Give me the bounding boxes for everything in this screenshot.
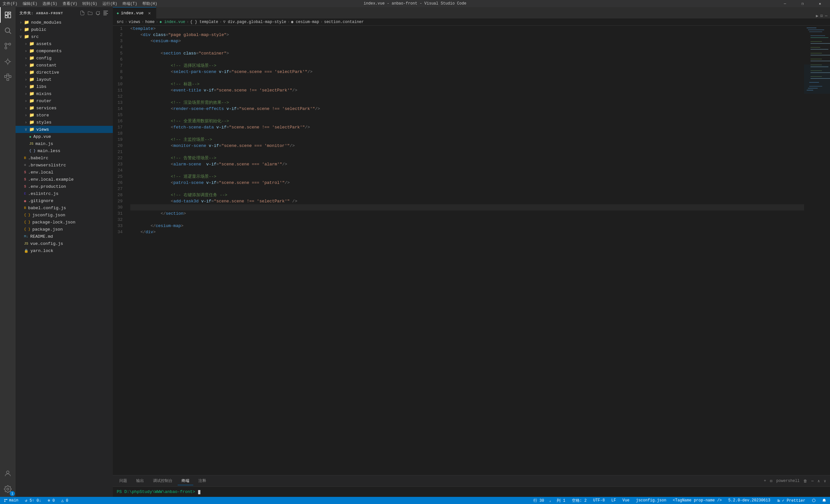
terminal-actions[interactable]: + ⊡ powershell 🗑 ⋯ ∧ ∨ bbox=[763, 479, 827, 483]
minimize-button[interactable]: — bbox=[777, 0, 792, 7]
status-notifications[interactable] bbox=[821, 499, 827, 502]
terminal-tab-debug[interactable]: 调试控制台 bbox=[149, 477, 177, 485]
tree-item-.env.production[interactable]: $.env.production bbox=[15, 183, 113, 190]
tree-item-.gitignore[interactable]: ◉.gitignore bbox=[15, 197, 113, 204]
tree-item-README.md[interactable]: M↓README.md bbox=[15, 233, 113, 240]
tree-item-layout[interactable]: ›📁layout bbox=[15, 76, 113, 83]
terminal-down-button[interactable]: ∨ bbox=[823, 479, 827, 483]
status-row[interactable]: 行 30 bbox=[532, 498, 546, 503]
tree-item-services[interactable]: ›📁services bbox=[15, 104, 113, 112]
tree-item-directive[interactable]: ›📁directive bbox=[15, 69, 113, 76]
tree-item-.env.local[interactable]: $.env.local bbox=[15, 169, 113, 176]
terminal-more-button[interactable]: ⋯ bbox=[810, 479, 815, 483]
more-actions-button[interactable]: ⋯ bbox=[825, 13, 827, 19]
status-spaces[interactable]: 空格: 2 bbox=[571, 498, 588, 503]
maximize-button[interactable]: ❐ bbox=[795, 0, 810, 7]
tree-item-.browserslistrc[interactable]: ≡.browserslistrc bbox=[15, 161, 113, 169]
status-eol[interactable]: LF bbox=[610, 498, 617, 503]
menu-file[interactable]: 文件(F) bbox=[3, 1, 18, 6]
breadcrumb-div[interactable]: ▽ div.page.global-map-style bbox=[223, 20, 286, 24]
split-terminal-button[interactable]: ⊡ bbox=[769, 479, 774, 483]
tree-item-.env.local.example[interactable]: $.env.local.example bbox=[15, 176, 113, 183]
tab-index-vue[interactable]: ◆ index.vue ✕ bbox=[113, 7, 156, 19]
tree-item-node_modules[interactable]: ›📁node_modules bbox=[15, 19, 113, 26]
tree-item-.eslintrc.js[interactable]: E.eslintrc.js bbox=[15, 190, 113, 197]
close-button[interactable]: ✕ bbox=[812, 0, 827, 7]
new-folder-button[interactable] bbox=[87, 10, 93, 16]
activity-source-control[interactable] bbox=[0, 38, 15, 54]
kill-terminal-button[interactable]: 🗑 bbox=[802, 479, 808, 483]
breadcrumb-home[interactable]: home bbox=[145, 20, 155, 24]
menu-run[interactable]: 运行(R) bbox=[102, 1, 117, 6]
tree-item-babel.config.js[interactable]: Bbabel.config.js bbox=[15, 204, 113, 212]
new-terminal-button[interactable]: + bbox=[763, 479, 767, 483]
tree-item-router[interactable]: ›📁router bbox=[15, 97, 113, 104]
collapse-all-button[interactable] bbox=[102, 10, 109, 16]
breadcrumb-cesium[interactable]: ◉ cesium-map bbox=[291, 20, 319, 24]
menu-help[interactable]: 帮助(H) bbox=[142, 1, 157, 6]
tree-item-.babelrc[interactable]: B.babelrc bbox=[15, 154, 113, 161]
code-editor[interactable]: 1234567891011121314151617181920212223242… bbox=[113, 26, 804, 475]
status-prettier[interactable]: ✓ Prettier bbox=[775, 498, 807, 503]
breadcrumb-section[interactable]: section.container bbox=[324, 20, 363, 24]
tree-item-constant[interactable]: ›📁constant bbox=[15, 62, 113, 69]
code-content[interactable]: <template> <div class="page global-map-s… bbox=[129, 26, 804, 475]
tree-item-jsconfig.json[interactable]: { }jsconfig.json bbox=[15, 212, 113, 219]
tree-item-main.less[interactable]: { }main.less bbox=[15, 147, 113, 154]
tree-item-mixins[interactable]: ›📁mixins bbox=[15, 90, 113, 97]
activity-explorer[interactable] bbox=[0, 7, 15, 23]
terminal-tab-output[interactable]: 输出 bbox=[132, 477, 148, 485]
new-file-button[interactable] bbox=[79, 10, 86, 16]
activity-account[interactable] bbox=[0, 466, 15, 481]
status-encoding[interactable]: UTF-8 bbox=[592, 498, 606, 503]
status-schema[interactable]: jsconfig.json bbox=[635, 498, 668, 503]
tree-item-package-lock.json[interactable]: { }package-lock.json bbox=[15, 219, 113, 226]
status-warnings[interactable]: △ 0 bbox=[60, 498, 70, 503]
terminal-body[interactable]: PS D:\phpStudy\WWW\anbao-front> bbox=[113, 487, 830, 497]
breadcrumb-template[interactable]: { } template bbox=[190, 20, 218, 24]
terminal-tab-comments[interactable]: 注释 bbox=[195, 477, 210, 485]
breadcrumb-views[interactable]: views bbox=[129, 20, 140, 24]
activity-debug[interactable] bbox=[0, 54, 15, 69]
window-controls[interactable]: — ❐ ✕ bbox=[777, 0, 827, 7]
menu-edit[interactable]: 编辑(E) bbox=[23, 1, 38, 6]
activity-extensions[interactable] bbox=[0, 69, 15, 85]
terminal-tab-problems[interactable]: 问题 bbox=[116, 477, 131, 485]
terminal-up-button[interactable]: ∧ bbox=[817, 479, 821, 483]
breadcrumb-src[interactable]: src bbox=[117, 20, 124, 24]
menu-view[interactable]: 查看(V) bbox=[63, 1, 77, 6]
status-version[interactable]: 5.2.0-dev.20230613 bbox=[727, 498, 772, 503]
menu-select[interactable]: 选择(S) bbox=[42, 1, 57, 6]
tree-item-package.json[interactable]: { }package.json bbox=[15, 226, 113, 233]
activity-settings[interactable]: 1 bbox=[0, 481, 15, 497]
status-sync[interactable]: ↺ 5↑ 0↓ bbox=[24, 498, 42, 503]
status-errors[interactable]: ⊗ 0 bbox=[46, 498, 56, 503]
tree-item-store[interactable]: ›📁store bbox=[15, 112, 113, 119]
tree-item-App.vue[interactable]: ◆App.vue bbox=[15, 133, 113, 140]
menu-bar[interactable]: 文件(F) 编辑(E) 选择(S) 查看(V) 转到(G) 运行(R) 终端(T… bbox=[3, 1, 157, 6]
activity-search[interactable] bbox=[0, 23, 15, 38]
refresh-button[interactable] bbox=[95, 10, 101, 16]
tree-item-yarn.lock[interactable]: 🔒yarn.lock bbox=[15, 247, 113, 254]
tree-item-components[interactable]: ›📁components bbox=[15, 48, 113, 55]
tree-item-public[interactable]: ›📁public bbox=[15, 26, 113, 33]
tree-item-vue.config.js[interactable]: JSvue.config.js bbox=[15, 240, 113, 247]
status-branch[interactable]: main bbox=[3, 498, 20, 503]
menu-goto[interactable]: 转到(G) bbox=[82, 1, 97, 6]
tree-item-src[interactable]: ∨📁src bbox=[15, 33, 113, 40]
tree-item-assets[interactable]: ›📁assets bbox=[15, 40, 113, 48]
status-language[interactable]: Vue bbox=[621, 498, 631, 503]
tree-item-views[interactable]: ∨📁views bbox=[15, 126, 113, 133]
tree-item-libs[interactable]: ›📁libs bbox=[15, 83, 113, 90]
tree-item-styles[interactable]: ›📁styles bbox=[15, 119, 113, 126]
tree-item-config[interactable]: ›📁config bbox=[15, 55, 113, 62]
status-feedback[interactable] bbox=[810, 499, 817, 502]
status-tagname[interactable]: <TagName prop-name /> bbox=[671, 498, 723, 503]
sidebar-actions[interactable] bbox=[79, 10, 109, 16]
tree-item-main.js[interactable]: JSmain.js bbox=[15, 140, 113, 147]
run-button[interactable]: ▶ bbox=[816, 13, 819, 19]
menu-terminal[interactable]: 终端(T) bbox=[123, 1, 137, 6]
split-editor-button[interactable]: ⊡ bbox=[820, 13, 823, 19]
tab-close-button[interactable]: ✕ bbox=[147, 10, 152, 15]
breadcrumb-file[interactable]: ◆ index.vue bbox=[160, 20, 185, 24]
